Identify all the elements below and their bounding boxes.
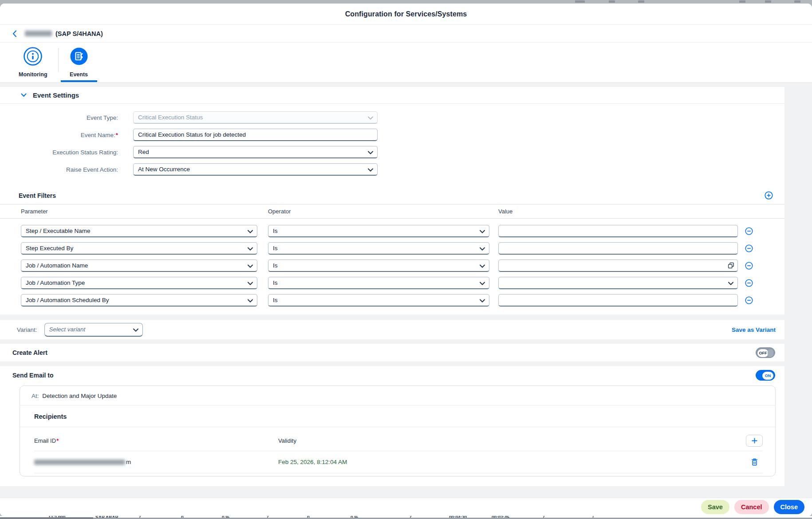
form-row: Event Type: Critical Execution Status: [0, 111, 784, 124]
tab-monitoring[interactable]: Monitoring: [12, 43, 54, 82]
background-window-top-strip: [0, 0, 812, 4]
execution-status-rating-label: Execution Status Rating:: [0, 149, 118, 156]
event-type-label: Event Type:: [0, 114, 118, 121]
filter-parameter-select[interactable]: Job / Automation Scheduled By: [21, 294, 257, 307]
remove-filter-button[interactable]: [745, 262, 753, 270]
remove-filter-button[interactable]: [745, 279, 753, 287]
chevron-down-icon: [133, 328, 138, 332]
chevron-down-icon: [368, 116, 373, 120]
column-header-value: Value: [498, 208, 738, 215]
filter-value-input[interactable]: [498, 260, 738, 272]
form-row: Event Name:*: [0, 129, 784, 141]
filter-parameter-select[interactable]: Job / Automation Name: [21, 260, 257, 272]
recipients-table-header: Email ID * Validity: [34, 431, 763, 451]
collapse-chevron-icon[interactable]: [21, 93, 27, 97]
section-title: Event Settings: [33, 91, 79, 99]
window-chrome-icon: [794, 0, 800, 3]
close-button[interactable]: Close: [774, 500, 805, 514]
email-visible-suffix: m: [126, 459, 131, 465]
email-settings-panel: At: Detection and Major Update Recipient…: [20, 385, 776, 476]
events-icon: [69, 47, 89, 68]
save-as-variant-link[interactable]: Save as Variant: [732, 326, 776, 333]
icon-tab-bar: Monitoring Events: [0, 43, 812, 83]
recipient-row: m Feb 25, 2026, 8:12:04 AM: [34, 451, 763, 473]
filter-rows: Step / Executable Name Is Step Executed …: [0, 219, 784, 312]
filter-value-input[interactable]: [498, 225, 738, 237]
form-row: Execution Status Rating: Red: [0, 146, 784, 158]
remove-filter-button[interactable]: [745, 227, 753, 235]
remove-filter-button[interactable]: [745, 296, 753, 304]
chevron-down-icon: [480, 299, 485, 303]
redacted-system-name: [25, 31, 52, 36]
selected-tab-underline: [61, 80, 97, 82]
dialog-title: Configuration for Services/Systems: [345, 10, 467, 18]
event-name-label: Event Name:: [81, 132, 115, 138]
remove-filter-button[interactable]: [745, 244, 753, 252]
filter-parameter-select[interactable]: Step / Executable Name: [21, 225, 257, 237]
filter-operator-select[interactable]: Is: [268, 242, 489, 255]
operator-value: Is: [273, 262, 278, 269]
dialog-subheader: (SAP S/4HANA): [0, 25, 812, 43]
filter-value-input[interactable]: [498, 294, 738, 307]
chevron-down-icon: [248, 247, 253, 251]
filter-row: Step / Executable Name Is: [0, 225, 784, 237]
redacted-email: [34, 460, 125, 465]
parameter-value: Step Executed By: [26, 245, 73, 252]
toggle-state-label: ON: [762, 372, 773, 380]
create-alert-toggle[interactable]: OFF: [756, 347, 775, 358]
parameter-value: Job / Automation Type: [26, 279, 85, 286]
chevron-down-icon: [368, 168, 373, 172]
filter-value-input[interactable]: [498, 242, 738, 255]
event-name-input[interactable]: [133, 129, 378, 141]
background-window-bar-edge: [0, 517, 93, 519]
required-marker: *: [116, 132, 118, 138]
save-button[interactable]: Save: [701, 500, 729, 514]
window-chrome-icon: [739, 0, 745, 3]
value-help-icon[interactable]: [728, 262, 734, 269]
recipients-title: Recipients: [20, 405, 775, 427]
filter-row: Step Executed By Is: [0, 242, 784, 255]
create-alert-row: Create Alert OFF: [0, 344, 784, 362]
raise-event-action-value: At New Occurrence: [138, 166, 190, 173]
raise-event-action-select[interactable]: At New Occurrence: [133, 163, 378, 176]
form-row: Raise Event Action: At New Occurrence: [0, 163, 784, 176]
filter-row: Job / Automation Type Is: [0, 277, 784, 289]
filter-operator-select[interactable]: Is: [268, 260, 489, 272]
variant-select[interactable]: Select variant: [44, 323, 143, 337]
add-recipient-button[interactable]: [746, 435, 763, 447]
event-type-select[interactable]: Critical Execution Status: [133, 111, 378, 124]
event-settings-form: Event Type: Critical Execution Status Ev…: [0, 104, 784, 184]
execution-status-rating-select[interactable]: Red: [133, 146, 378, 158]
background-window-bottom-strip: FF2 000 SAP ABAP 7 0 0 % 7 0 0 % 7 00:04…: [0, 516, 812, 519]
window-chrome-icon: [575, 0, 585, 3]
operator-value: Is: [273, 245, 278, 252]
cancel-button[interactable]: Cancel: [734, 500, 769, 514]
event-settings-section: Event Settings Event Type: Critical Exec…: [0, 87, 784, 315]
parameter-value: Job / Automation Name: [26, 262, 88, 269]
chevron-down-icon: [480, 230, 485, 233]
variant-label: Variant:: [17, 326, 37, 333]
filter-operator-select[interactable]: Is: [268, 294, 489, 307]
filter-parameter-select[interactable]: Step Executed By: [21, 242, 257, 255]
event-filters-header: Event Filters: [0, 184, 784, 204]
back-button[interactable]: [9, 30, 20, 37]
at-value: Detection and Major Update: [42, 393, 117, 399]
add-filter-button[interactable]: [765, 191, 773, 200]
filter-row: Job / Automation Name Is: [0, 260, 784, 272]
filter-parameter-select[interactable]: Job / Automation Type: [21, 277, 257, 289]
operator-value: Is: [273, 228, 278, 234]
send-email-toggle[interactable]: ON: [756, 370, 775, 381]
filter-value-select[interactable]: [498, 277, 738, 289]
delete-recipient-button[interactable]: [751, 458, 758, 466]
send-email-section: Send Email to ON At: Detection and Major…: [0, 366, 784, 486]
column-header-validity: Validity: [278, 437, 746, 444]
event-filters-title: Event Filters: [19, 192, 56, 199]
dialog-title-bar: Configuration for Services/Systems: [0, 4, 812, 25]
filter-operator-select[interactable]: Is: [268, 225, 489, 237]
variant-row: Variant: Select variant Save as Variant: [0, 320, 784, 339]
tab-events[interactable]: Events: [63, 43, 95, 82]
filter-operator-select[interactable]: Is: [268, 277, 489, 289]
column-header-parameter: Parameter: [21, 208, 257, 215]
operator-value: Is: [273, 279, 278, 286]
window-chrome-icon: [609, 0, 615, 3]
